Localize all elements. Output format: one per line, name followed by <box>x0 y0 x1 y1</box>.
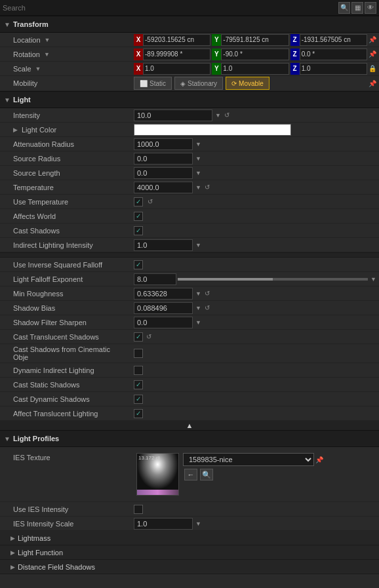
min-roughness-label: Min Roughness <box>0 288 131 299</box>
location-pin-icon[interactable]: 📌 <box>369 36 376 43</box>
use-temperature-checkbox-wrap: ✓ ↺ <box>134 197 153 206</box>
ies-arrow-btn[interactable]: ← <box>184 469 197 480</box>
transform-section-header[interactable]: ▼ Transform <box>0 16 379 33</box>
cast-dynamic-shadows-row: Cast Dynamic Shadows ✓ <box>0 392 379 406</box>
shadow-filter-input[interactable] <box>134 317 193 328</box>
min-roughness-reset-icon[interactable]: ↺ <box>205 290 210 297</box>
ies-intensity-scale-slider-icon: ▼ <box>195 520 201 527</box>
location-coord-group: X Y Z 📌 <box>134 34 376 46</box>
light-section-header[interactable]: ▼ Light <box>0 91 379 108</box>
temperature-input[interactable] <box>134 182 193 193</box>
affects-world-row: Affects World ✓ <box>0 209 379 224</box>
cast-translucent-shadows-label: Cast Translucent Shadows <box>0 332 131 342</box>
temperature-reset-icon[interactable]: ↺ <box>205 184 210 191</box>
light-color-swatch[interactable] <box>134 124 291 136</box>
source-radius-label: Source Radius <box>0 153 131 164</box>
inverse-squared-checkbox[interactable]: ✓ <box>134 260 143 269</box>
scale-z-label: Z <box>290 63 300 75</box>
location-expand-icon: ▼ <box>45 37 50 43</box>
rotation-y-label: Y <box>212 49 221 60</box>
use-temperature-checkbox[interactable]: ✓ <box>134 197 143 206</box>
falloff-exponent-input[interactable] <box>134 273 176 285</box>
cast-translucent-shadows-checkbox[interactable]: ✓ <box>134 332 143 342</box>
rotation-y-input[interactable] <box>221 49 289 60</box>
light-profiles-arrow-icon: ▼ <box>4 435 10 442</box>
search-input[interactable] <box>3 4 338 12</box>
search-icon-btn[interactable]: 🔍 <box>338 2 350 14</box>
shadow-bias-value: ▼ ↺ <box>131 302 379 315</box>
location-x-input[interactable] <box>143 34 210 46</box>
lightmass-section-header[interactable]: ▶ Lightmass <box>0 531 379 545</box>
transform-arrow-icon: ▼ <box>4 21 10 28</box>
rotation-x-input[interactable] <box>143 49 210 60</box>
attenuation-radius-input[interactable] <box>134 138 193 150</box>
mobility-static-btn[interactable]: ⬜ Static <box>134 77 172 90</box>
attenuation-radius-row: Attenuation Radius ▼ <box>0 137 379 151</box>
affect-translucent-lighting-row: Affect Translucent Lighting ✓ <box>0 406 379 421</box>
use-ies-intensity-checkbox[interactable] <box>134 505 143 514</box>
inverse-squared-row: Use Inverse Squared Falloff ✓ <box>0 258 379 272</box>
ies-texture-dropdown[interactable]: 1589835-nice <box>183 453 314 466</box>
rotation-coord-group: X Y Z 📌 <box>134 49 376 60</box>
cast-static-shadows-checkbox[interactable]: ✓ <box>134 380 143 389</box>
source-radius-value: ▼ <box>131 152 379 165</box>
mobility-movable-btn[interactable]: ⟳ Movable <box>226 77 269 90</box>
ies-thumbnail-label: 13.172 dl <box>138 455 160 461</box>
mobility-stationary-btn[interactable]: ◈ Stationary <box>174 77 223 90</box>
ies-texture-value: 13.172 dl 1589835-nice 📌 ← 🔍 <box>131 450 379 499</box>
location-z-input[interactable] <box>300 34 367 46</box>
intensity-reset-icon[interactable]: ↺ <box>224 111 229 119</box>
scale-z-input[interactable] <box>300 63 367 75</box>
shadow-bias-reset-icon[interactable]: ↺ <box>205 304 210 311</box>
rotation-x-label: X <box>134 49 143 60</box>
collapse-row[interactable]: ▲ <box>0 421 379 430</box>
cast-translucent-reset-icon[interactable]: ↺ <box>146 333 151 340</box>
source-length-input[interactable] <box>134 167 193 179</box>
dynamic-indirect-lighting-checkbox[interactable] <box>134 366 143 375</box>
scale-pin-icon[interactable]: 🔒 <box>369 65 376 72</box>
scale-x-item: X <box>134 63 210 75</box>
source-length-slider-icon: ▼ <box>195 170 201 176</box>
falloff-slider[interactable] <box>178 278 368 281</box>
source-radius-input[interactable] <box>134 153 193 165</box>
ies-search-btn[interactable]: 🔍 <box>200 469 213 480</box>
ies-thumbnail: 13.172 dl <box>136 453 179 496</box>
affect-translucent-lighting-checkbox[interactable]: ✓ <box>134 409 143 418</box>
rotation-x-item: X <box>134 49 210 60</box>
affects-world-checkbox[interactable]: ✓ <box>134 212 143 221</box>
scale-x-input[interactable] <box>143 63 210 75</box>
shadow-bias-input[interactable] <box>134 302 193 314</box>
source-length-value: ▼ <box>131 167 379 180</box>
temperature-slider-icon: ▼ <box>195 184 201 191</box>
cast-cinematic-shadows-checkbox[interactable] <box>134 349 143 358</box>
eye-icon-btn[interactable]: 👁 <box>365 2 376 14</box>
min-roughness-input[interactable] <box>134 288 193 300</box>
light-title: Light <box>13 96 31 104</box>
shadow-filter-slider-icon: ▼ <box>195 319 201 326</box>
rotation-z-label: Z <box>290 49 300 60</box>
location-y-input[interactable] <box>221 34 289 46</box>
location-z-item: Z <box>290 34 367 46</box>
cast-dynamic-shadows-checkbox[interactable]: ✓ <box>134 395 143 404</box>
search-bar: 🔍 ▦ 👁 <box>0 0 379 16</box>
light-profiles-section-header[interactable]: ▼ Light Profiles <box>0 430 379 447</box>
ies-pin-icon[interactable]: 📌 <box>315 456 323 463</box>
cast-shadows-checkbox[interactable]: ✓ <box>134 226 143 235</box>
rotation-pin-icon[interactable]: 📌 <box>369 50 376 58</box>
light-function-section-header[interactable]: ▶ Light Function <box>0 545 379 560</box>
rotation-z-input[interactable] <box>300 49 367 60</box>
scale-y-input[interactable] <box>221 63 289 75</box>
location-row: Location ▼ X Y Z 📌 <box>0 33 379 47</box>
intensity-input[interactable] <box>134 109 212 121</box>
mobility-pin-icon[interactable]: 📌 <box>369 80 376 87</box>
cast-static-shadows-row: Cast Static Shadows ✓ <box>0 378 379 392</box>
distance-field-shadows-title: Distance Field Shadows <box>18 563 95 571</box>
grid-icon-btn[interactable]: ▦ <box>351 2 363 14</box>
use-temperature-reset-icon[interactable]: ↺ <box>148 198 153 205</box>
scale-y-item: Y <box>212 63 289 75</box>
ies-intensity-scale-input[interactable] <box>134 518 193 530</box>
ies-intensity-scale-value: ▼ <box>131 517 379 530</box>
distance-field-shadows-section-header[interactable]: ▶ Distance Field Shadows <box>0 560 379 574</box>
indirect-lighting-input[interactable] <box>134 239 193 251</box>
scale-z-item: Z <box>290 63 367 75</box>
